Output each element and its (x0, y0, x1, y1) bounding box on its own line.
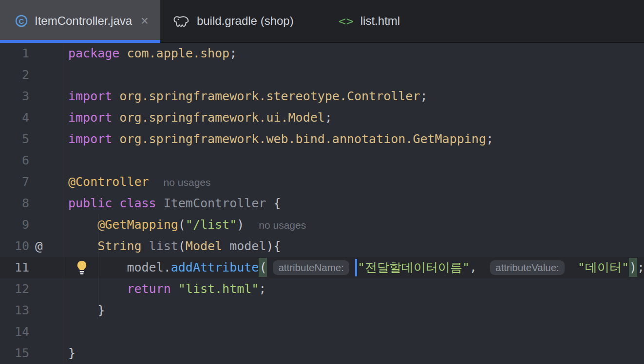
punc-token: ; (637, 260, 644, 274)
kw-token: public class (68, 196, 156, 210)
txt-token: org.springframework.web.bind.annotation.… (112, 132, 486, 146)
code-text: package com.apple.shop; (68, 46, 237, 60)
kw-token: import (68, 89, 112, 103)
usages-hint[interactable]: no usages (259, 219, 306, 231)
tab-build-gradle-shop[interactable]: build.gradle (shop) (160, 0, 314, 42)
line-number: 6 (0, 150, 29, 171)
sp-token (68, 218, 97, 232)
code-text: import org.springframework.web.bind.anno… (68, 132, 493, 146)
code-line-5[interactable]: 5import org.springframework.web.bind.ann… (0, 128, 644, 150)
code-line-13[interactable]: 13 } (0, 300, 644, 321)
punc-token: , (470, 260, 484, 274)
code-line-14[interactable]: 14 (0, 321, 644, 343)
kw-token: import (68, 110, 112, 125)
code-line-15[interactable]: 15} (0, 343, 644, 364)
code-line-10[interactable]: 10@ String list(Model model){ (0, 236, 644, 257)
line-number: 9 (0, 214, 29, 236)
code-text: import org.springframework.ui.Model; (68, 110, 332, 125)
line-number: 15 (0, 343, 29, 364)
str-token: "데이터" (578, 260, 629, 274)
indent-guide (98, 214, 98, 310)
call-token: addAttribute (171, 260, 259, 274)
line-number: 1 (0, 43, 29, 64)
code-text: @GetMapping("/list")no usages (68, 218, 306, 232)
id2-token: model (127, 260, 163, 274)
intention-bulb-icon (76, 259, 88, 276)
line-number: 12 (0, 278, 29, 300)
code-line-9[interactable]: 9 @GetMapping("/list")no usages (0, 214, 644, 236)
txt-token: Model (186, 239, 222, 253)
paren-token: ) (629, 258, 637, 277)
parameter-hint-inlay: attributeName: (273, 260, 349, 275)
line-number: 3 (0, 86, 29, 107)
txt-token: String (97, 239, 141, 253)
tab-label: ItemController.java (35, 14, 132, 28)
punc-token: ; (325, 110, 332, 125)
str-token: "list.html" (171, 282, 259, 296)
punc-token: ; (420, 89, 427, 103)
punc-token: ; (486, 132, 493, 146)
punc-token: ( (178, 218, 186, 232)
punc-token: ( (178, 239, 186, 253)
gradle-icon (173, 15, 190, 28)
intention-bulb-button[interactable] (76, 259, 88, 276)
line-number: 7 (0, 171, 29, 193)
tab-list-html[interactable]: <>list.html (314, 0, 420, 42)
code-line-7[interactable]: 7@Controllerno usages (0, 171, 644, 193)
tab-itemcontroller-java[interactable]: CItemController.java× (0, 0, 160, 42)
sp-token (68, 303, 97, 317)
close-tab-icon[interactable]: × (140, 15, 150, 28)
text-caret (355, 259, 357, 276)
line-number: 11 (0, 257, 29, 278)
code-line-12[interactable]: 12 return "list.html"; (0, 278, 644, 300)
sp-token (570, 260, 578, 274)
line-number: 8 (0, 193, 29, 214)
id2-token: model (222, 239, 266, 253)
txt-token: com.apple.shop (119, 46, 229, 60)
code-text: String list(Model model){ (68, 239, 281, 253)
parameter-hint-inlay: attributeValue: (490, 260, 565, 275)
kw-token: import (68, 132, 112, 146)
line-number: 2 (0, 64, 29, 86)
punc-token: } (68, 346, 76, 360)
code-text: model.addAttribute(attributeName:"전달할데이터… (68, 260, 644, 274)
punc-token: } (97, 303, 105, 317)
code-line-4[interactable]: 4import org.springframework.ui.Model; (0, 107, 644, 128)
punc-token: { (273, 196, 281, 210)
code-text: } (68, 346, 76, 360)
paren-token: ( (259, 258, 267, 277)
line-number: 5 (0, 128, 29, 150)
code-line-6[interactable]: 6 (0, 150, 644, 171)
code-text: import org.springframework.stereotype.Co… (68, 89, 428, 103)
tab-label: build.gradle (shop) (197, 14, 294, 28)
code-line-2[interactable]: 2 (0, 64, 644, 86)
ann-token: @GetMapping (97, 218, 178, 232)
line-number: 10 (0, 236, 29, 257)
editor-tab-bar: CItemController.java×build.gradle (shop)… (0, 0, 644, 43)
java-class-icon: C (15, 14, 28, 28)
tab-label: list.html (360, 14, 400, 28)
code-text: @Controllerno usages (68, 175, 211, 189)
annotation-gutter-icon[interactable]: @ (35, 236, 43, 257)
line-number: 4 (0, 107, 29, 128)
svg-text:C: C (19, 17, 24, 25)
str-token: "/list" (186, 218, 237, 232)
editor[interactable]: 1package com.apple.shop;23import org.spr… (0, 43, 644, 364)
line-number: 13 (0, 300, 29, 321)
gutter-separator (66, 43, 66, 364)
code-text: public class ItemController { (68, 196, 281, 210)
code-line-3[interactable]: 3import org.springframework.stereotype.C… (0, 86, 644, 107)
sp-token (68, 239, 97, 253)
code-text: } (68, 303, 105, 317)
punc-token: ){ (266, 239, 281, 253)
code-line-1[interactable]: 1package com.apple.shop; (0, 43, 644, 64)
kw-token: return (127, 282, 170, 296)
usages-hint[interactable]: no usages (164, 177, 211, 188)
punc-token: ) (237, 218, 244, 232)
punc-token: ; (259, 282, 266, 296)
id-token: list (142, 239, 178, 253)
str-token: "전달할데이터이름" (358, 260, 470, 274)
code-line-8[interactable]: 8public class ItemController { (0, 193, 644, 214)
ann-token: @Controller (68, 175, 149, 189)
code-line-11[interactable]: 11 model.addAttribute(attributeName:"전달할… (0, 257, 644, 278)
